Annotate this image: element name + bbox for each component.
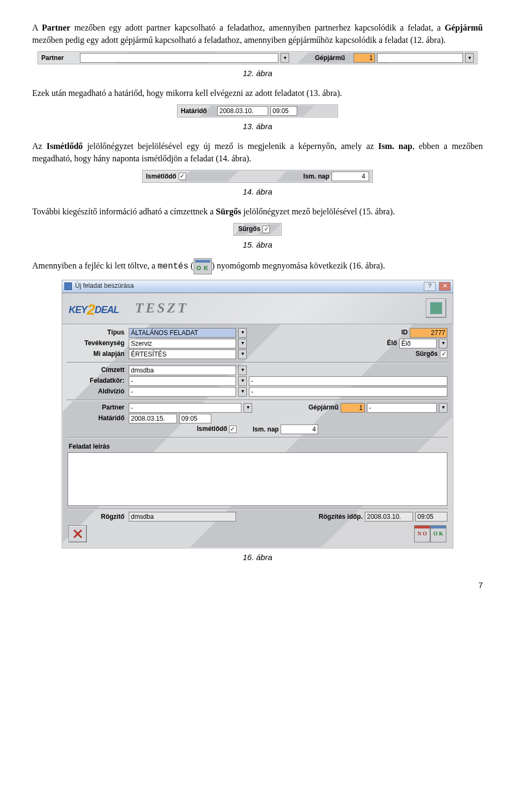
header-area: KEY2DEAL TESZT	[62, 293, 453, 324]
caption-12: 12. ábra	[32, 68, 483, 79]
gepjarmu-text-field[interactable]	[377, 53, 463, 63]
gj16-text-field[interactable]: -	[367, 403, 437, 413]
id-label: ID	[401, 328, 408, 337]
window-title: Új feladat beszúrása	[75, 281, 421, 290]
hat16-time-field[interactable]: 09:05	[179, 414, 211, 423]
close-button[interactable]: ✕	[439, 282, 451, 291]
ok-button[interactable]: O K	[430, 525, 446, 542]
partner16-dropdown-icon[interactable]: ▾	[244, 403, 252, 413]
window-icon	[64, 282, 72, 290]
ismnap-label: Ism. nap	[303, 172, 329, 181]
help-button[interactable]: ?	[424, 282, 436, 291]
tev-label: Tevékenység	[68, 339, 127, 348]
mial-label: Mi alapján	[68, 349, 127, 359]
surgos-label: Sürgős	[238, 225, 260, 234]
ok-save-button-inline[interactable]: O K	[194, 258, 212, 274]
rogzidop-time-field: 09:05	[415, 512, 447, 522]
tipus-label: Típus	[68, 328, 127, 337]
ismetlodo-label: Ismétlődő	[146, 172, 176, 181]
partner-label: Partner	[41, 54, 78, 63]
gepjarmu-dropdown-icon[interactable]: ▾	[465, 53, 474, 63]
tipus-dropdown-icon[interactable]: ▾	[238, 328, 247, 338]
surgos16-checkbox[interactable]: ✓	[440, 351, 447, 358]
rogzito-label: Rögzítő	[68, 512, 127, 522]
mial-field[interactable]: ÉRTESÍTÉS	[129, 349, 236, 359]
ismnap-field[interactable]: 4	[332, 172, 369, 181]
ismnap16-field[interactable]: 4	[281, 424, 318, 434]
ism16-checkbox[interactable]: ✓	[229, 426, 237, 433]
gj16-dropdown-icon[interactable]: ▾	[439, 403, 447, 413]
feladatkor-field[interactable]: -	[129, 376, 236, 386]
header-tool-button[interactable]	[426, 299, 446, 318]
caption-15: 15. ábra	[32, 239, 483, 251]
feladatkor-text-field[interactable]: -	[249, 376, 447, 386]
paragraph-5: Amennyiben a fejléc ki lett töltve, a me…	[32, 258, 483, 274]
cimzett-field[interactable]: dmsdba	[129, 366, 236, 375]
paragraph-1: A Partner mezőben egy adott partner kapc…	[32, 21, 483, 46]
elo-label: Élő	[387, 339, 397, 348]
titlebar: Új feladat beszúrása ? ✕	[62, 280, 453, 293]
ism16-label: Ismétlődő	[197, 425, 227, 433]
hat16-date-field[interactable]: 2008.03.15.	[129, 414, 177, 423]
no-button[interactable]: N O	[414, 525, 430, 542]
elo-dropdown-icon[interactable]: ▾	[439, 339, 447, 348]
feladatkor-dropdown-icon[interactable]: ▾	[238, 376, 247, 386]
figure-12: Partner ▾ Gépjármű 1 ▾	[38, 51, 477, 64]
partner16-field[interactable]: -	[129, 403, 241, 413]
tev-dropdown-icon[interactable]: ▾	[238, 339, 247, 348]
surgos16-label: Sürgős	[416, 349, 438, 359]
hatarido-date-field[interactable]: 2008.03.10.	[217, 106, 268, 116]
aldiv-label: Aldivízió	[68, 387, 127, 396]
partner16-label: Partner	[68, 403, 127, 412]
ismetlodo-checkbox[interactable]: ✓	[179, 173, 186, 180]
surgos-checkbox[interactable]: ✓	[262, 226, 270, 233]
paragraph-4: További kiegészítő információ adható a c…	[32, 205, 483, 218]
cimzett-label: Címzett	[68, 366, 127, 375]
rogzito-field: dmsdba	[129, 512, 236, 522]
figure-16-window: Új feladat beszúrása ? ✕ KEY2DEAL TESZT …	[62, 280, 453, 549]
feladatkor-label: Feladatkör:	[68, 376, 127, 385]
cimzett-dropdown-icon[interactable]: ▾	[238, 366, 247, 375]
figure-15: Sürgős ✓	[233, 223, 282, 235]
partner-field[interactable]	[80, 53, 278, 63]
brand-teszt: TESZT	[135, 300, 188, 316]
delete-button[interactable]	[69, 525, 87, 542]
gepjarmu-label: Gépjármű	[315, 54, 351, 63]
leiras-textarea[interactable]	[68, 452, 447, 506]
paragraph-2: Ezek után megadható a határiőd, hogy mik…	[32, 87, 483, 99]
aldiv-text-field[interactable]: -	[249, 387, 447, 397]
tipus-field[interactable]: ÁLTALÁNOS FELADAT	[129, 328, 236, 338]
gj16-code-field[interactable]: 1	[341, 403, 365, 413]
elo-field[interactable]: Élő	[399, 339, 437, 348]
tev-field[interactable]: Szerviz	[129, 339, 236, 348]
figure-14: Ismétlődő ✓ Ism. nap 4	[142, 170, 373, 183]
figure-13: Határidő 2008.03.10. 09:05	[177, 105, 338, 117]
rogzidop-label: Rögzítés időp.	[319, 512, 363, 522]
partner-dropdown-icon[interactable]: ▾	[281, 53, 289, 63]
id-field: 2777	[410, 328, 447, 338]
mial-dropdown-icon[interactable]: ▾	[238, 349, 247, 359]
gepjarmu-code-field[interactable]: 1	[354, 53, 375, 63]
page-number: 7	[32, 579, 483, 591]
key2deal-logo: KEY2DEAL	[69, 300, 119, 317]
ismnap16-label: Ism. nap	[253, 426, 279, 433]
leiras-label: Feladat leírás	[67, 440, 448, 452]
hatarido-label: Határidő	[181, 107, 215, 116]
caption-13: 13. ábra	[32, 121, 483, 132]
hat16-label: Határidő	[68, 414, 127, 423]
caption-16: 16. ábra	[32, 552, 483, 563]
caption-14: 14. ábra	[32, 186, 483, 198]
gj16-label: Gépjármű	[308, 403, 339, 412]
aldiv-dropdown-icon[interactable]: ▾	[238, 387, 247, 397]
hatarido-time-field[interactable]: 09:05	[270, 106, 297, 116]
paragraph-3: Az Ismétlődő jelölőnégyzet bejelölésével…	[32, 140, 483, 165]
rogzidop-date-field: 2008.03.10.	[365, 512, 413, 522]
aldiv-field[interactable]: -	[129, 387, 236, 397]
